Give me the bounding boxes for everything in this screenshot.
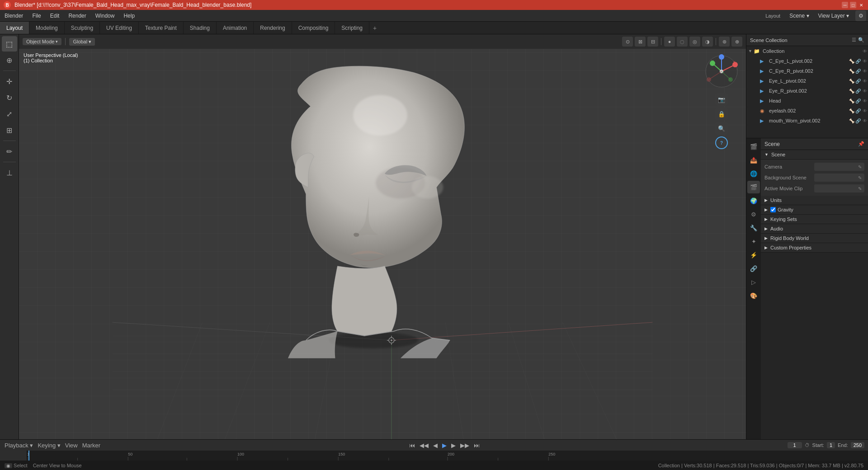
vis-icon-2[interactable]: 👁 (862, 69, 868, 74)
menu-render[interactable]: Render (64, 10, 90, 21)
custom-section-header[interactable]: ▶ Custom Properties (761, 243, 868, 253)
gravity-section-header[interactable]: ▶ Gravity (761, 205, 868, 215)
jump-next-keyframe-btn[interactable]: ▶▶ (459, 442, 470, 449)
outliner-item-eye-r-piv[interactable]: ▶ Eye_R_pivot.002 🦴 🔗 👁 (746, 86, 868, 96)
data-props-icon[interactable]: ▷ (747, 276, 760, 288)
shading-material-btn[interactable]: ◎ (689, 37, 700, 47)
tab-rendering[interactable]: Rendering (254, 22, 292, 34)
outliner-item-collection[interactable]: ▼ 📁 Collection 👁 (746, 46, 868, 56)
scene-section-header[interactable]: ▼ Scene (761, 150, 868, 160)
snap-btn[interactable]: ⊠ (635, 37, 646, 47)
menu-edit[interactable]: Edit (46, 10, 64, 21)
outliner-search-btn[interactable]: 🔍 (858, 37, 864, 43)
vis-icon-7[interactable]: 👁 (862, 118, 868, 123)
tab-shading[interactable]: Shading (184, 22, 217, 34)
vis-icon-5[interactable]: 👁 (862, 99, 868, 103)
constraint-props-icon[interactable]: 🔗 (747, 262, 760, 275)
jump-prev-keyframe-btn[interactable]: ◀◀ (419, 442, 429, 449)
maximize-button[interactable]: □ (850, 2, 856, 8)
menu-file[interactable]: File (28, 10, 45, 21)
mirror-btn[interactable]: ⊟ (647, 37, 658, 47)
playhead[interactable] (28, 451, 29, 461)
keying-menu[interactable]: Keying ▾ (37, 442, 61, 449)
layer-selector[interactable]: View Layer ▾ (814, 10, 854, 21)
tab-texture-paint[interactable]: Texture Paint (139, 22, 184, 34)
timeline-track[interactable]: 1 50 100 150 200 250 (27, 451, 868, 461)
marker-menu[interactable]: Marker (81, 442, 101, 449)
cursor-tool[interactable]: ⊕ (2, 52, 17, 68)
material-props-icon[interactable]: 🎨 (747, 289, 760, 302)
transform-tool[interactable]: ⊞ (2, 122, 17, 138)
vis-icon-4[interactable]: 👁 (862, 89, 868, 94)
end-frame-input[interactable]: 250 (851, 442, 864, 448)
tab-uv-editing[interactable]: UV Editing (100, 22, 139, 34)
view-menu[interactable]: View (64, 442, 79, 449)
step-forward-btn[interactable]: ▶ (450, 442, 457, 449)
camera-view-btn[interactable]: 📷 (715, 93, 728, 106)
units-section-header[interactable]: ▶ Units (761, 196, 868, 205)
play-btn[interactable]: ▶ (441, 442, 448, 449)
scale-tool[interactable]: ⤢ (2, 106, 17, 122)
camera-edit-icon[interactable]: ✎ (858, 164, 862, 169)
world-props-icon[interactable]: 🌍 (747, 194, 760, 207)
scene-props-icon[interactable]: 🎬 (747, 181, 760, 193)
close-button[interactable]: ✕ (858, 2, 864, 8)
help-btn[interactable]: ? (715, 136, 728, 149)
scene-selector[interactable]: Scene ▾ (785, 10, 813, 21)
viewport[interactable]: Object Mode ▾ Global ▾ ⊙ ⊠ ⊟ ● ◌ ◎ ◑ ⊛ ⊕ (19, 34, 746, 439)
outliner-item-eye-r[interactable]: ▶ C_Eye_R_pivot.002 🦴 🔗 👁 (746, 66, 868, 76)
modifier-props-icon[interactable]: 🔧 (747, 221, 760, 234)
outliner-item-head[interactable]: ▶ Head 🦴 🔗 👁 (746, 96, 868, 106)
vis-icon-6[interactable]: 👁 (862, 108, 868, 113)
shading-render-btn[interactable]: ◑ (702, 37, 713, 47)
proportional-editing-btn[interactable]: ⊙ (622, 37, 633, 47)
view-layer-props-icon[interactable]: 🌐 (747, 167, 760, 180)
object-mode-dropdown[interactable]: Object Mode ▾ (23, 38, 61, 45)
playback-menu[interactable]: Playback ▾ (4, 442, 34, 449)
menu-blender[interactable]: Blender (0, 10, 28, 21)
particle-props-icon[interactable]: ✦ (747, 235, 760, 248)
start-frame-input[interactable]: 1 (827, 442, 835, 448)
window-controls[interactable]: ─ □ ✕ (842, 2, 864, 8)
outliner-item-eye-l-piv[interactable]: ▶ Eye_L_pivot.002 🦴 🔗 👁 (746, 76, 868, 86)
jump-start-btn[interactable]: ⏮ (408, 442, 416, 449)
annotate-tool[interactable]: ✏ (2, 144, 17, 159)
jump-end-btn[interactable]: ⏭ (473, 442, 481, 449)
output-props-icon[interactable]: 📤 (747, 154, 760, 166)
gravity-checkbox[interactable] (770, 207, 776, 212)
outliner-item-mouth[interactable]: ▶ mouth_Worn_pivot.002 🦴 🔗 👁 (746, 116, 868, 126)
outliner-filter-btn[interactable]: ☰ (852, 37, 856, 43)
tab-animation[interactable]: Animation (217, 22, 254, 34)
object-props-icon[interactable]: ⚙ (747, 208, 760, 221)
step-back-btn[interactable]: ◀ (432, 442, 439, 449)
outliner-item-eyelash[interactable]: ◉ eyelash.002 🦴 🔗 👁 (746, 106, 868, 116)
vis-icon[interactable]: 👁 (862, 49, 868, 54)
tab-sculpting[interactable]: Sculpting (65, 22, 100, 34)
current-frame-input[interactable]: 1 (788, 442, 802, 448)
orientation-gizmo[interactable]: X Y Z (703, 53, 740, 89)
head-model[interactable] (19, 34, 746, 439)
vis-icon-3[interactable]: 👁 (862, 79, 868, 84)
active-clip-edit-icon[interactable]: ✎ (858, 186, 862, 191)
rotate-tool[interactable]: ↻ (2, 90, 17, 105)
camera-value[interactable]: ✎ (814, 163, 864, 171)
active-clip-value[interactable]: ✎ (814, 184, 864, 193)
tab-compositing[interactable]: Compositing (292, 22, 335, 34)
tab-modeling[interactable]: Modeling (29, 22, 65, 34)
outliner-item-eye-l[interactable]: ▶ C_Eye_L_pivot.002 🦴 🔗 👁 (746, 56, 868, 66)
shading-solid-btn[interactable]: ● (664, 37, 675, 47)
move-tool[interactable]: ✛ (2, 74, 17, 89)
search-view-btn[interactable]: 🔍 (715, 122, 728, 135)
viewport-global-btn[interactable]: Global ▾ (69, 38, 95, 46)
rigid-section-header[interactable]: ▶ Rigid Body World (761, 234, 868, 243)
timeline-ruler[interactable]: 1 50 100 150 200 250 (0, 451, 868, 461)
gizmo-btn[interactable]: ⊕ (731, 37, 742, 47)
viewport-overlays-btn[interactable]: ⊛ (719, 37, 730, 47)
render-settings-btn[interactable]: ⚙ (855, 10, 866, 21)
minimize-button[interactable]: ─ (842, 2, 848, 8)
menu-help[interactable]: Help (119, 10, 139, 21)
bg-scene-edit-icon[interactable]: ✎ (858, 175, 862, 180)
bg-scene-value[interactable]: ✎ (814, 174, 864, 182)
select-box-tool[interactable]: ⬚ (2, 36, 17, 52)
lock-view-btn[interactable]: 🔒 (715, 108, 728, 120)
